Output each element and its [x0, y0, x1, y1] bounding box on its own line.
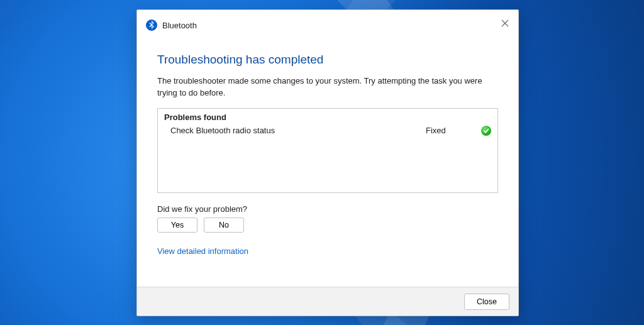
no-button[interactable]: No: [204, 218, 244, 233]
headline: Troubleshooting has completed: [157, 53, 498, 67]
dialog-body: Troubleshooting has completed The troubl…: [137, 40, 518, 287]
dialog-title: Bluetooth: [162, 21, 197, 30]
dialog-header: Bluetooth: [137, 10, 518, 40]
feedback-question: Did we fix your problem?: [157, 204, 498, 214]
problems-heading: Problems found: [164, 113, 491, 122]
problem-status: Fixed: [413, 126, 476, 135]
bluetooth-icon: [146, 19, 157, 31]
close-button[interactable]: Close: [464, 294, 509, 310]
feedback-section: Did we fix your problem? Yes No: [157, 204, 498, 233]
troubleshooter-dialog: Bluetooth Troubleshooting has completed …: [136, 9, 519, 316]
problem-name: Check Bluetooth radio status: [170, 126, 413, 135]
dialog-footer: Close: [137, 287, 518, 316]
view-detailed-information-link[interactable]: View detailed information: [157, 246, 248, 256]
yes-button[interactable]: Yes: [157, 218, 197, 233]
problems-found-box: Problems found Check Bluetooth radio sta…: [157, 108, 498, 193]
description: The troubleshooter made some changes to …: [157, 75, 498, 99]
checkmark-icon: [481, 126, 491, 136]
close-icon[interactable]: [498, 16, 512, 30]
problem-row: Check Bluetooth radio status Fixed: [164, 126, 491, 136]
